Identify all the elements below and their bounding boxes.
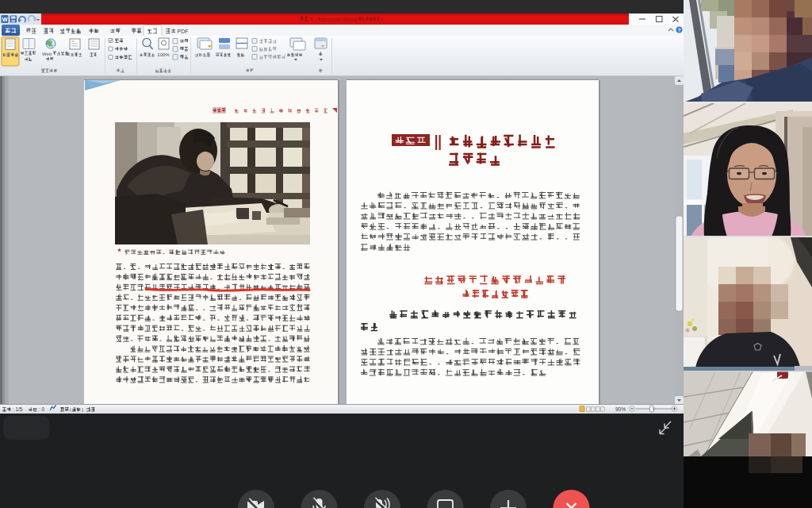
- svg-text:: 0: : 0: [39, 406, 44, 412]
- svg-text:90%: 90%: [615, 406, 626, 412]
- svg-text:W: W: [2, 17, 8, 22]
- svg-text:?: ?: [678, 28, 681, 33]
- svg-text:Web: Web: [42, 52, 52, 56]
- svg-text:(: (: [70, 407, 71, 412]
- svg-text:1 - Microsoft Word(: 1 - Microsoft Word(: [310, 17, 358, 23]
- svg-text:): ): [82, 407, 83, 412]
- svg-text:): ): [381, 17, 382, 23]
- svg-text:PDF: PDF: [178, 29, 189, 34]
- svg-text:: 1/5: : 1/5: [13, 406, 23, 412]
- svg-text:100%: 100%: [157, 52, 170, 57]
